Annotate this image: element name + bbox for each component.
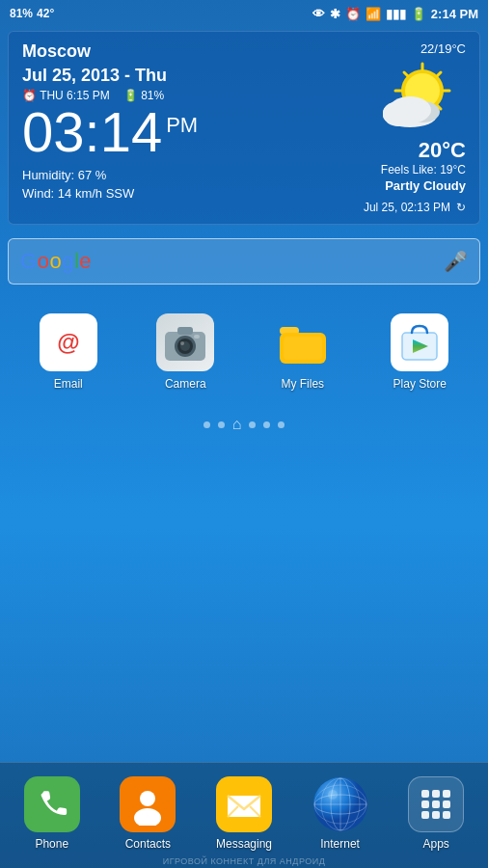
svg-rect-44	[443, 790, 450, 798]
contacts-dock-icon	[120, 776, 176, 832]
app-item-myfiles[interactable]: My Files	[264, 313, 341, 391]
weather-info-left: Moscow Jul 25, 2013 - Thu ⏰ THU 6:15 PM …	[22, 41, 340, 201]
svg-point-22	[180, 341, 184, 345]
camera-icon	[156, 313, 214, 371]
phone-label: Phone	[35, 837, 68, 851]
svg-rect-47	[443, 800, 450, 808]
messaging-dock-icon	[216, 776, 272, 832]
svg-point-14	[383, 102, 410, 123]
google-logo: Google	[20, 249, 444, 274]
page-dot-2[interactable]	[218, 421, 225, 428]
temp-range: 22/19°C	[340, 41, 466, 56]
weather-date: Jul 25, 2013 - Thu	[22, 66, 340, 86]
svg-line-6	[437, 72, 441, 76]
svg-rect-50	[443, 811, 450, 819]
svg-rect-42	[421, 790, 429, 798]
update-row: Jul 25, 02:13 PM ↻	[340, 201, 466, 214]
weather-top: Moscow Jul 25, 2013 - Thu ⏰ THU 6:15 PM …	[22, 41, 466, 214]
status-right: 👁 ✱ ⏰ 📶 ▮▮▮ 🔋 2:14 PM	[312, 7, 478, 21]
weather-widget: Moscow Jul 25, 2013 - Thu ⏰ THU 6:15 PM …	[8, 31, 480, 225]
signal-icon: ▮▮▮	[386, 7, 406, 21]
svg-text:@: @	[57, 329, 79, 355]
svg-point-29	[140, 791, 155, 806]
voice-search-icon[interactable]: 🎤	[444, 250, 468, 273]
dock-item-contacts[interactable]: Contacts	[109, 776, 186, 851]
weather-icon	[369, 60, 466, 132]
status-bar: 81% 42° 👁 ✱ ⏰ 📶 ▮▮▮ 🔋 2:14 PM	[0, 0, 488, 27]
eye-icon: 👁	[312, 7, 325, 21]
page-dot-4[interactable]	[263, 421, 270, 428]
apps-label: Apps	[422, 837, 448, 851]
svg-rect-26	[284, 337, 322, 360]
internet-label: Internet	[320, 837, 360, 851]
svg-rect-49	[432, 811, 440, 819]
app-grid: @ Email Camera	[0, 294, 488, 400]
svg-rect-45	[421, 800, 429, 808]
weather-info-right: 22/19°C	[340, 41, 466, 214]
app-item-camera[interactable]: Camera	[147, 313, 224, 391]
clock-display: 03:14PM	[22, 104, 340, 160]
email-icon: @	[40, 313, 97, 371]
alarm-icon: ⏰	[345, 7, 361, 21]
wifi-icon: 📶	[366, 7, 381, 21]
email-label: Email	[54, 377, 83, 391]
watermark: ИГРОВОЙ КОННЕКТ ДЛЯ АНДРОИД	[0, 856, 488, 868]
page-dots: ⌂	[0, 410, 488, 439]
dock-item-internet[interactable]: Internet	[302, 776, 379, 851]
dock-item-apps[interactable]: Apps	[397, 776, 474, 851]
svg-rect-46	[432, 800, 440, 808]
temperature: 42°	[37, 7, 54, 20]
battery-icon: 🔋	[411, 7, 426, 21]
svg-rect-48	[421, 811, 429, 819]
refresh-icon[interactable]: ↻	[456, 201, 466, 214]
clock-ampm: PM	[166, 113, 198, 137]
dock-item-messaging[interactable]: Messaging	[205, 776, 283, 851]
search-bar[interactable]: Google 🎤	[8, 238, 480, 285]
svg-point-41	[328, 790, 338, 800]
svg-line-9	[404, 72, 408, 76]
battery-percent: 81%	[10, 7, 33, 20]
page-dot-3[interactable]	[249, 421, 256, 428]
app-item-email[interactable]: @ Email	[30, 313, 107, 391]
app-item-playstore[interactable]: Play Store	[381, 313, 458, 391]
apps-dock-icon	[408, 776, 464, 832]
messaging-label: Messaging	[216, 837, 272, 851]
myfiles-label: My Files	[281, 377, 324, 391]
svg-rect-23	[194, 335, 200, 339]
contacts-label: Contacts	[125, 837, 171, 851]
svg-rect-43	[432, 790, 440, 798]
humidity-display: Humidity: 67 %	[22, 168, 340, 182]
svg-point-30	[134, 808, 161, 826]
home-dot[interactable]: ⌂	[232, 416, 242, 433]
weather-icon-container	[340, 60, 466, 136]
condition: Partly Cloudy	[340, 178, 466, 193]
search-bar-container: Google 🎤	[8, 238, 480, 285]
dock: Phone Contacts Messaging	[0, 762, 488, 868]
page-dot-1[interactable]	[203, 421, 210, 428]
feels-like: Feels Like: 19°C	[340, 163, 466, 176]
time-display-status: 2:14 PM	[431, 7, 478, 21]
playstore-label: Play Store	[393, 377, 447, 391]
phone-dock-icon	[24, 776, 80, 832]
svg-rect-18	[177, 327, 193, 335]
city-name: Moscow	[22, 41, 340, 62]
dock-item-phone[interactable]: Phone	[14, 776, 91, 851]
internet-dock-icon	[312, 776, 368, 832]
update-time: Jul 25, 02:13 PM	[364, 201, 450, 214]
playstore-icon	[391, 313, 448, 371]
bluetooth-icon: ✱	[330, 7, 340, 21]
camera-label: Camera	[165, 377, 206, 391]
page-dot-5[interactable]	[278, 421, 285, 428]
current-temp: 20°C	[340, 138, 466, 163]
status-left: 81% 42°	[10, 7, 54, 20]
wind-display: Wind: 14 km/h SSW	[22, 186, 340, 201]
myfiles-icon	[274, 313, 332, 371]
